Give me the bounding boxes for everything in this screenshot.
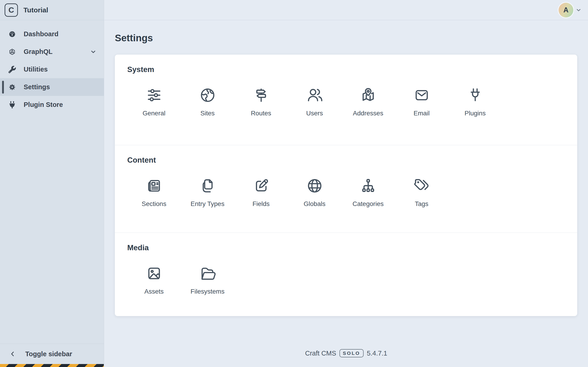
plug-solid-icon xyxy=(8,101,16,109)
tile-label: Fields xyxy=(252,200,270,208)
sidebar-item-utilities[interactable]: Utilities xyxy=(0,60,104,78)
settings-tile-globals[interactable]: Globals xyxy=(288,177,341,208)
sidebar-header: C Tutorial xyxy=(0,0,104,20)
tile-label: Routes xyxy=(251,110,271,117)
sidebar-nav: DashboardGraphQLUtilitiesSettingsPlugin … xyxy=(0,20,104,114)
sidebar-item-graphql[interactable]: GraphQL xyxy=(0,43,104,60)
wrench-icon xyxy=(8,66,16,73)
tile-row: AssetsFilesystems xyxy=(127,265,565,295)
section-title: System xyxy=(127,65,565,74)
tile-label: Entry Types xyxy=(191,200,225,208)
settings-tile-plugins[interactable]: Plugins xyxy=(448,87,502,117)
settings-tile-tags[interactable]: Tags xyxy=(395,177,448,208)
footer-app-name[interactable]: Craft CMS xyxy=(305,350,336,357)
gear-icon xyxy=(8,83,16,91)
sidebar-item-label: Utilities xyxy=(24,66,48,73)
sidebar-item-label: Dashboard xyxy=(24,30,58,38)
newspaper-icon xyxy=(146,177,163,194)
site-name: Tutorial xyxy=(23,6,48,14)
folder-open-icon xyxy=(199,265,216,282)
tile-label: Addresses xyxy=(353,110,383,117)
global-header: A xyxy=(104,0,588,20)
sliders-icon xyxy=(146,87,163,104)
tile-label: Plugins xyxy=(465,110,486,117)
avatar-letter: A xyxy=(563,6,569,14)
sitemap-icon xyxy=(360,177,377,194)
toggle-sidebar-button[interactable]: Toggle sidebar xyxy=(0,344,104,364)
settings-tile-users[interactable]: Users xyxy=(288,87,341,117)
tile-label: Sections xyxy=(142,200,166,208)
settings-section-content: ContentSectionsEntry TypesFieldsGlobalsC… xyxy=(115,145,577,233)
settings-tile-sections[interactable]: Sections xyxy=(127,177,181,208)
dev-mode-stripe xyxy=(0,364,104,367)
edition-badge[interactable]: SOLO xyxy=(339,349,364,357)
sidebar-item-plugin-store[interactable]: Plugin Store xyxy=(0,96,104,114)
tile-label: Filesystems xyxy=(191,288,225,295)
chevron-down-icon[interactable] xyxy=(576,7,582,13)
avatar[interactable]: A xyxy=(559,3,573,17)
sidebar-item-label: GraphQL xyxy=(24,48,52,56)
tags-icon xyxy=(413,177,430,194)
section-title: Media xyxy=(127,243,565,252)
tile-label: Tags xyxy=(415,200,428,208)
settings-tile-fields[interactable]: Fields xyxy=(234,177,288,208)
settings-tile-addresses[interactable]: Addresses xyxy=(341,87,395,117)
sidebar: C Tutorial DashboardGraphQLUtilitiesSett… xyxy=(0,0,104,367)
image-icon xyxy=(146,265,163,282)
settings-card: SystemGeneralSitesRoutesUsersAddressesEm… xyxy=(115,55,577,316)
settings-tile-filesystems[interactable]: Filesystems xyxy=(181,265,234,295)
map-pin-icon xyxy=(360,87,377,104)
settings-tile-categories[interactable]: Categories xyxy=(341,177,395,208)
files-icon xyxy=(199,177,216,194)
craft-logo-icon[interactable]: C xyxy=(5,3,18,17)
tile-label: Globals xyxy=(304,200,326,208)
tile-row: GeneralSitesRoutesUsersAddressesEmailPlu… xyxy=(127,87,565,117)
footer: Craft CMS SOLO 5.4.7.1 xyxy=(104,349,588,357)
tile-label: General xyxy=(143,110,166,117)
plug-outline-icon xyxy=(467,87,484,104)
sidebar-item-label: Settings xyxy=(24,83,50,91)
footer-version: 5.4.7.1 xyxy=(367,350,387,357)
settings-tile-email[interactable]: Email xyxy=(395,87,448,117)
settings-tile-assets[interactable]: Assets xyxy=(127,265,181,295)
sidebar-item-settings[interactable]: Settings xyxy=(0,78,104,96)
settings-tile-entry-types[interactable]: Entry Types xyxy=(181,177,234,208)
gauge-icon xyxy=(8,30,16,38)
settings-section-system: SystemGeneralSitesRoutesUsersAddressesEm… xyxy=(115,55,577,145)
envelope-icon xyxy=(413,87,430,104)
graphql-icon xyxy=(8,48,16,56)
settings-tile-routes[interactable]: Routes xyxy=(234,87,288,117)
main-area: A Settings SystemGeneralSitesRoutesUsers… xyxy=(104,0,588,367)
tile-label: Categories xyxy=(353,200,384,208)
chevron-down-icon[interactable] xyxy=(90,49,96,55)
sidebar-item-dashboard[interactable]: Dashboard xyxy=(0,25,104,43)
settings-tile-sites[interactable]: Sites xyxy=(181,87,234,117)
signpost-icon xyxy=(253,87,270,104)
logo-letter: C xyxy=(9,6,14,15)
tile-label: Users xyxy=(306,110,323,117)
tile-label: Sites xyxy=(200,110,215,117)
chevron-left-icon xyxy=(9,350,16,357)
settings-section-media: MediaAssetsFilesystems xyxy=(115,233,577,316)
users-icon xyxy=(306,87,323,104)
globe-icon xyxy=(306,177,323,194)
edit-icon xyxy=(253,177,270,194)
tile-label: Assets xyxy=(144,288,164,295)
tile-label: Email xyxy=(414,110,430,117)
toggle-sidebar-label: Toggle sidebar xyxy=(25,350,72,358)
settings-tile-general[interactable]: General xyxy=(127,87,181,117)
earth-icon xyxy=(199,87,216,104)
page-title: Settings xyxy=(115,33,588,44)
tile-row: SectionsEntry TypesFieldsGlobalsCategori… xyxy=(127,177,565,208)
sidebar-item-label: Plugin Store xyxy=(24,101,63,108)
section-title: Content xyxy=(127,156,565,165)
